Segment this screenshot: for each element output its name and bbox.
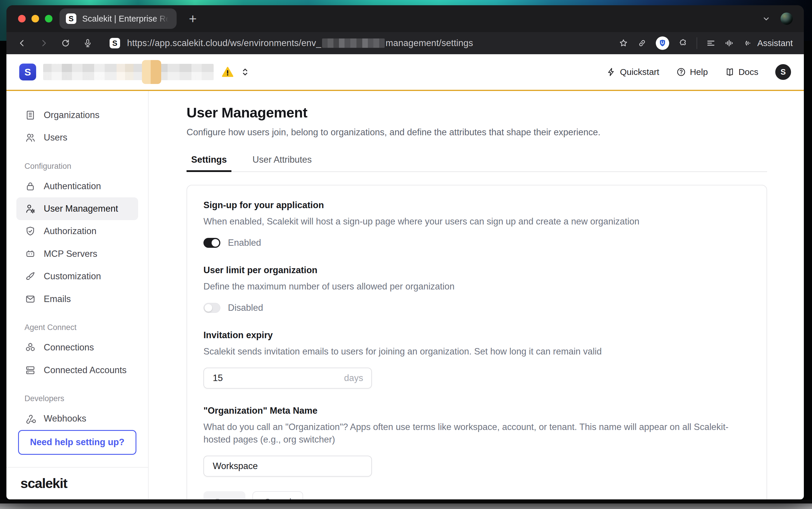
sidebar-item-authentication[interactable]: Authentication (16, 175, 138, 197)
redacted-environment-id (322, 38, 385, 48)
settings-card: Sign-up for your application When enable… (186, 185, 767, 499)
tab-user-attributes[interactable]: User Attributes (248, 155, 316, 172)
docs-button[interactable]: Docs (725, 67, 758, 77)
tab-title: Scalekit | Enterprise Ready A (82, 14, 170, 24)
sidebar-item-emails[interactable]: Emails (16, 288, 138, 310)
extension-puzzle-icon[interactable] (678, 38, 688, 48)
user-gear-icon (25, 203, 36, 214)
user-limit-heading: User limit per organization (204, 265, 750, 275)
scalekit-wordmark: scalekit (21, 475, 148, 491)
question-circle-icon (676, 67, 686, 77)
sidebar: Organizations Users Configuration Authen… (6, 91, 149, 499)
invitation-expiry-unit: days (344, 373, 363, 383)
users-icon (25, 132, 36, 143)
cancel-button[interactable]: Cancel (252, 491, 303, 499)
org-meta-name-section: "Organization" Meta Name What do you cal… (204, 406, 750, 477)
shield-check-icon (25, 225, 36, 237)
sidebar-footer: scalekit (6, 467, 148, 499)
bitwarden-shield-icon[interactable] (656, 36, 669, 50)
environment-switcher-icon[interactable] (239, 66, 251, 78)
tab-favicon: S (66, 13, 76, 24)
sidebar-item-organizations[interactable]: Organizations (16, 104, 138, 126)
building-icon (25, 109, 36, 121)
sidebar-item-connections[interactable]: Connections (16, 336, 138, 359)
scalekit-app: S Quickstart Help Docs (6, 54, 804, 499)
bookmark-star-icon[interactable] (619, 38, 628, 48)
scalekit-logo: S (19, 64, 36, 80)
url-favicon: S (110, 38, 120, 48)
assistant-voice-icon (743, 38, 753, 48)
sidebar-item-users[interactable]: Users (16, 126, 138, 149)
tab-settings[interactable]: Settings (186, 155, 232, 172)
chevron-down-icon[interactable] (761, 14, 771, 24)
signup-toggle-label: Enabled (228, 238, 261, 248)
user-limit-section: User limit per organization Define the m… (204, 265, 750, 313)
sidebar-item-user-management[interactable]: User Management (16, 197, 138, 220)
signup-toggle[interactable] (204, 238, 220, 248)
close-button[interactable] (18, 15, 26, 23)
lightning-bolt-icon (606, 67, 616, 77)
microphone-icon[interactable] (83, 38, 93, 48)
user-limit-toggle[interactable] (204, 303, 220, 313)
waveform-icon[interactable] (725, 38, 735, 48)
page-title: User Management (186, 104, 767, 121)
sidebar-section-agent-connect: Agent Connect (16, 323, 138, 332)
sidebar-section-developers: Developers (16, 394, 138, 403)
url-suffix: management/settings (386, 38, 473, 48)
tab-bar: Settings User Attributes (186, 155, 767, 172)
invitation-expiry-description: Scalekit sends invitation emails to user… (204, 345, 746, 358)
save-button[interactable]: Save (204, 491, 245, 499)
user-avatar[interactable]: S (775, 64, 791, 80)
user-limit-description: Define the maximum number of users allow… (204, 280, 746, 293)
org-meta-name-heading: "Organization" Meta Name (204, 406, 750, 416)
signup-heading: Sign-up for your application (204, 200, 750, 210)
copy-link-icon[interactable] (637, 38, 647, 48)
browser-toolbar: S https://app.scalekit.cloud/ws/environm… (6, 32, 804, 54)
sidebar-item-connected-accounts[interactable]: Connected Accounts (16, 359, 138, 381)
toolbar-divider (697, 37, 697, 49)
user-limit-toggle-label: Disabled (228, 303, 263, 313)
minimize-button[interactable] (32, 15, 39, 23)
sidebar-item-webhooks[interactable]: Webhooks (16, 407, 138, 430)
assistant-button[interactable]: Assistant (743, 38, 793, 48)
browser-tab[interactable]: S Scalekit | Enterprise Ready A (60, 8, 177, 29)
forward-icon[interactable] (39, 38, 48, 48)
sidebar-item-authorization[interactable]: Authorization (16, 220, 138, 242)
reload-icon[interactable] (61, 38, 71, 48)
zoom-button[interactable] (45, 15, 52, 23)
help-button[interactable]: Help (676, 67, 708, 77)
signup-description: When enabled, Scalekit will host a sign-… (204, 215, 746, 228)
desktop-bottom-strip (0, 504, 812, 509)
url-prefix: https://app.scalekit.cloud/ws/environmen… (127, 38, 321, 48)
signup-section: Sign-up for your application When enable… (204, 200, 750, 248)
lock-icon (25, 180, 36, 192)
page-subtitle: Configure how users join, belong to orga… (186, 127, 767, 138)
redacted-workspace-name[interactable] (43, 64, 214, 80)
invitation-expiry-heading: Invitation expiry (204, 330, 750, 340)
back-icon[interactable] (17, 38, 27, 48)
traffic-lights (18, 15, 52, 23)
browser-tab-bar: S Scalekit | Enterprise Ready A + (6, 5, 804, 32)
invitation-expiry-section: Invitation expiry Scalekit sends invitat… (204, 330, 750, 388)
need-help-button[interactable]: Need help setting up? (18, 430, 136, 455)
paintbrush-icon (25, 271, 36, 282)
sidebar-item-customization[interactable]: Customization (16, 265, 138, 288)
webhook-icon (25, 413, 36, 425)
url-bar[interactable]: https://app.scalekit.cloud/ws/environmen… (127, 38, 473, 48)
org-meta-name-description: What do you call an "Organization"? Apps… (204, 421, 746, 446)
main-content: User Management Configure how users join… (149, 91, 804, 499)
reader-lines-icon[interactable] (706, 38, 716, 48)
window-bottom-shadow (0, 499, 812, 504)
org-meta-name-input[interactable] (204, 456, 372, 477)
quickstart-button[interactable]: Quickstart (606, 67, 659, 77)
app-header: S Quickstart Help Docs (6, 54, 804, 91)
envelope-icon (25, 293, 36, 305)
warning-triangle-icon (221, 66, 234, 78)
sidebar-item-mcp-servers[interactable]: MCP Servers (16, 242, 138, 265)
robot-icon (25, 248, 36, 260)
sidebar-section-configuration: Configuration (16, 162, 138, 171)
book-icon (725, 67, 735, 77)
new-tab-button[interactable]: + (189, 12, 197, 25)
cubes-icon (25, 342, 36, 353)
browser-profile-avatar[interactable] (780, 12, 793, 25)
